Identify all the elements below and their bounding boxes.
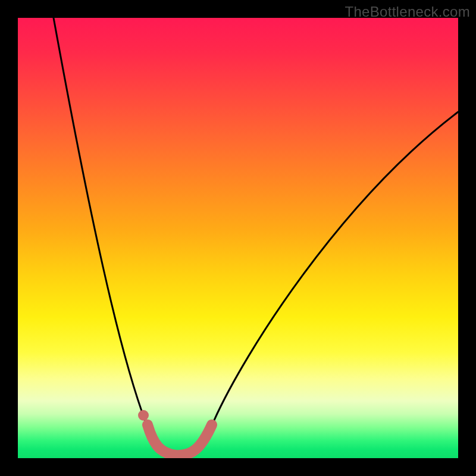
bottleneck-curve <box>54 18 458 455</box>
indicator-dot <box>138 410 149 421</box>
watermark-text: TheBottleneck.com <box>345 4 470 20</box>
chart-frame <box>18 18 458 458</box>
chart-svg <box>18 18 458 458</box>
optimal-range-marker <box>148 425 212 455</box>
